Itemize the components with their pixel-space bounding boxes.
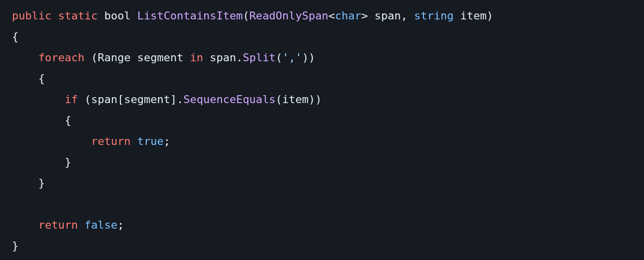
code-token: true	[137, 135, 164, 147]
code-token: return	[91, 135, 130, 147]
code-token: ListContainsItem	[137, 9, 243, 22]
code-token: ','	[282, 51, 302, 64]
code-token	[78, 219, 84, 231]
code-token: }	[12, 177, 45, 189]
code-token: span	[210, 51, 236, 64]
code-token: ;	[164, 135, 170, 147]
code-token	[98, 9, 104, 22]
code-token	[12, 219, 38, 231]
code-token: bool	[104, 9, 130, 22]
code-token: span	[91, 93, 117, 106]
code-token	[203, 51, 210, 64]
code-token: span	[375, 9, 401, 22]
code-token: in	[190, 51, 204, 64]
code-token: static	[58, 9, 98, 22]
code-token	[183, 51, 190, 64]
code-token: Split	[243, 51, 276, 64]
code-token: (	[276, 51, 282, 64]
code-token: ))	[309, 93, 322, 106]
code-token: ReadOnlySpan	[249, 9, 328, 22]
code-token: string	[414, 9, 453, 22]
code-token: }	[12, 240, 18, 252]
code-token: Range	[98, 51, 130, 64]
code-token	[12, 93, 65, 106]
code-token: }	[12, 156, 71, 168]
code-token: ))	[302, 51, 316, 64]
code-token	[454, 9, 460, 22]
code-token: item	[282, 93, 309, 106]
code-token: (	[78, 93, 91, 106]
code-token	[12, 135, 91, 147]
code-token: (	[85, 51, 98, 64]
code-token: item	[460, 9, 487, 22]
code-token: char	[335, 9, 361, 22]
code-token: {	[12, 30, 18, 43]
code-token	[130, 51, 137, 64]
code-block: public static bool ListContainsItem(Read…	[0, 0, 644, 260]
code-token: ;	[117, 219, 124, 231]
code-token: >	[361, 9, 375, 22]
code-token: (	[243, 9, 249, 22]
code-token: segment	[124, 93, 170, 106]
code-token	[12, 51, 38, 64]
code-content: public static bool ListContainsItem(Read…	[12, 9, 493, 252]
code-token: (	[276, 93, 282, 106]
code-token: <	[328, 9, 335, 22]
code-token: return	[38, 219, 78, 231]
code-token: foreach	[38, 51, 85, 64]
code-token	[51, 9, 58, 22]
code-token: segment	[137, 51, 184, 64]
code-token: ,	[401, 9, 415, 22]
code-token: .	[236, 51, 242, 64]
code-token: false	[85, 219, 117, 231]
code-token: public	[12, 9, 51, 22]
code-token	[130, 135, 137, 147]
code-token: {	[12, 72, 45, 85]
code-token: {	[12, 114, 71, 127]
code-token: )	[487, 9, 493, 22]
code-token: if	[65, 93, 78, 106]
code-token: ].	[170, 93, 184, 106]
code-token	[130, 9, 137, 22]
code-token: [	[117, 93, 124, 106]
code-token: SequenceEquals	[183, 93, 275, 106]
